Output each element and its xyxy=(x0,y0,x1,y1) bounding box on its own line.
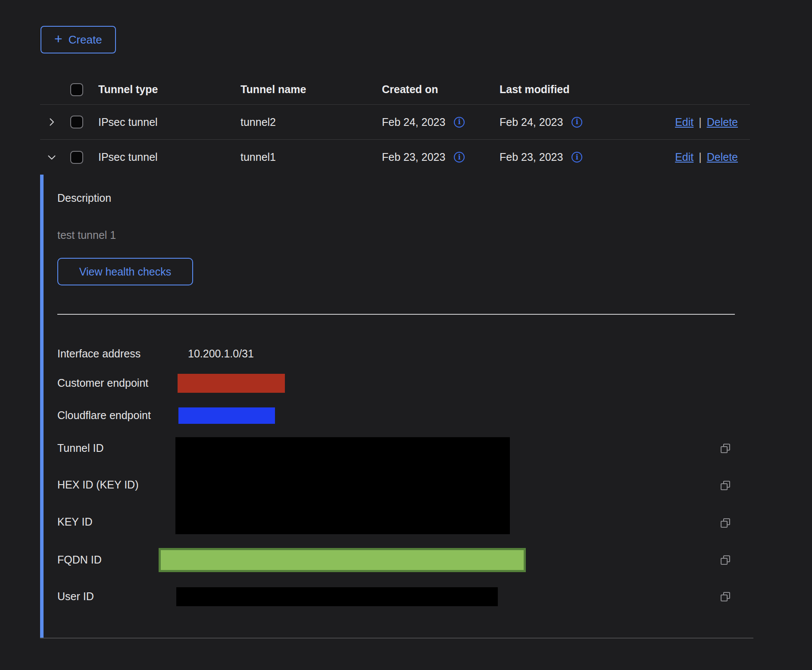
edit-link[interactable]: Edit xyxy=(675,151,693,163)
row-checkbox[interactable] xyxy=(70,116,83,128)
field-label-fqdn-id: FQDN ID xyxy=(57,554,102,566)
last-modified-cell: Feb 24, 2023 xyxy=(500,116,563,128)
tunnels-table: Tunnel type Tunnel name Created on Last … xyxy=(40,75,750,175)
tunnels-section: + Create Tunnel type Tunnel name Created… xyxy=(40,0,773,639)
info-icon[interactable]: i xyxy=(454,152,465,163)
user-id-redaction xyxy=(176,587,498,606)
tunnel-type-cell: IPsec tunnel xyxy=(98,151,240,163)
collapse-row-button[interactable] xyxy=(47,152,57,163)
copy-key-id-button[interactable] xyxy=(719,517,731,529)
plus-icon: + xyxy=(54,32,62,46)
info-icon[interactable]: i xyxy=(454,117,465,128)
copy-icon xyxy=(719,591,731,603)
copy-hex-id-button[interactable] xyxy=(719,479,731,492)
action-separator: | xyxy=(699,151,702,163)
customer-endpoint-redaction xyxy=(178,374,285,393)
copy-fqdn-id-button[interactable] xyxy=(719,554,731,566)
tunnel-detail-panel: Description test tunnel 1 View health ch… xyxy=(40,175,773,638)
fqdn-id-redaction xyxy=(159,548,526,572)
select-all-checkbox[interactable] xyxy=(70,83,83,96)
info-icon[interactable]: i xyxy=(572,152,582,163)
table-row-tunnel1: IPsec tunnel tunnel1 Feb 23, 2023 i Feb … xyxy=(40,140,750,175)
create-button[interactable]: + Create xyxy=(41,26,116,53)
edit-link[interactable]: Edit xyxy=(675,116,693,128)
column-header-tunnel-type: Tunnel type xyxy=(98,83,240,96)
table-row-tunnel2: IPsec tunnel tunnel2 Feb 24, 2023 i Feb … xyxy=(40,105,750,140)
view-health-checks-button[interactable]: View health checks xyxy=(57,258,193,285)
table-bottom-divider xyxy=(40,638,753,639)
expand-row-button[interactable] xyxy=(47,117,57,127)
info-icon[interactable]: i xyxy=(572,117,582,128)
chevron-right-icon xyxy=(47,117,57,127)
interface-address-value: 10.200.1.0/31 xyxy=(188,348,254,360)
create-button-label: Create xyxy=(69,33,102,47)
action-separator: | xyxy=(699,116,702,128)
copy-icon xyxy=(719,517,731,529)
field-label-customer-endpoint: Customer endpoint xyxy=(57,377,148,389)
ids-redaction xyxy=(175,437,510,534)
copy-icon xyxy=(719,442,731,454)
field-label-user-id: User ID xyxy=(57,590,94,603)
description-value: test tunnel 1 xyxy=(57,229,116,241)
cloudflare-endpoint-redaction xyxy=(178,407,275,424)
column-header-created-on: Created on xyxy=(382,83,500,96)
copy-user-id-button[interactable] xyxy=(719,591,731,603)
row-checkbox[interactable] xyxy=(70,151,83,164)
created-on-cell: Feb 23, 2023 xyxy=(382,151,445,163)
tunnel-name-cell: tunnel2 xyxy=(240,116,382,128)
created-on-cell: Feb 24, 2023 xyxy=(382,116,445,128)
delete-link[interactable]: Delete xyxy=(707,116,738,128)
tunnel-name-cell: tunnel1 xyxy=(240,151,382,163)
copy-icon xyxy=(719,554,731,566)
chevron-down-icon xyxy=(47,152,57,163)
column-header-last-modified: Last modified xyxy=(500,83,620,96)
last-modified-cell: Feb 23, 2023 xyxy=(500,151,563,163)
detail-divider xyxy=(57,314,735,315)
field-label-cloudflare-endpoint: Cloudflare endpoint xyxy=(57,409,151,422)
table-header-row: Tunnel type Tunnel name Created on Last … xyxy=(40,75,750,105)
description-label: Description xyxy=(57,192,111,204)
field-label-key-id: KEY ID xyxy=(57,516,93,528)
copy-tunnel-id-button[interactable] xyxy=(719,442,731,454)
field-label-tunnel-id: Tunnel ID xyxy=(57,442,103,454)
tunnel-type-cell: IPsec tunnel xyxy=(98,116,240,128)
delete-link[interactable]: Delete xyxy=(707,151,738,163)
field-label-interface-address: Interface address xyxy=(57,348,141,360)
copy-icon xyxy=(719,479,731,492)
field-label-hex-id: HEX ID (KEY ID) xyxy=(57,479,138,491)
column-header-tunnel-name: Tunnel name xyxy=(240,83,382,96)
